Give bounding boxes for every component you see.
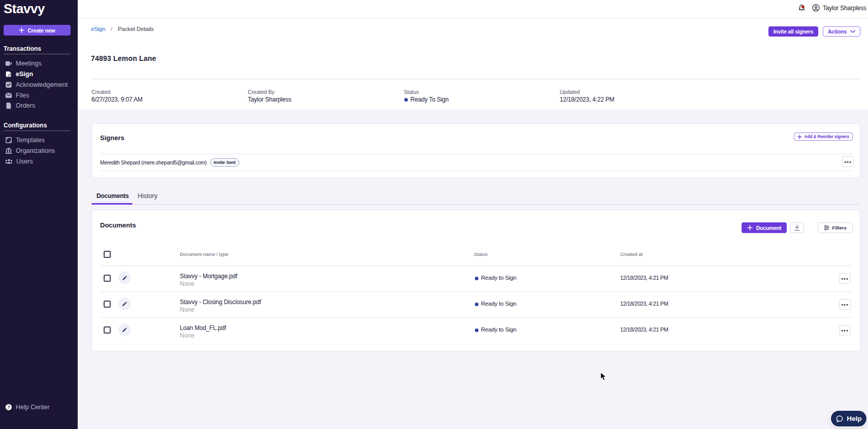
svg-text:?: ? [7,405,10,410]
